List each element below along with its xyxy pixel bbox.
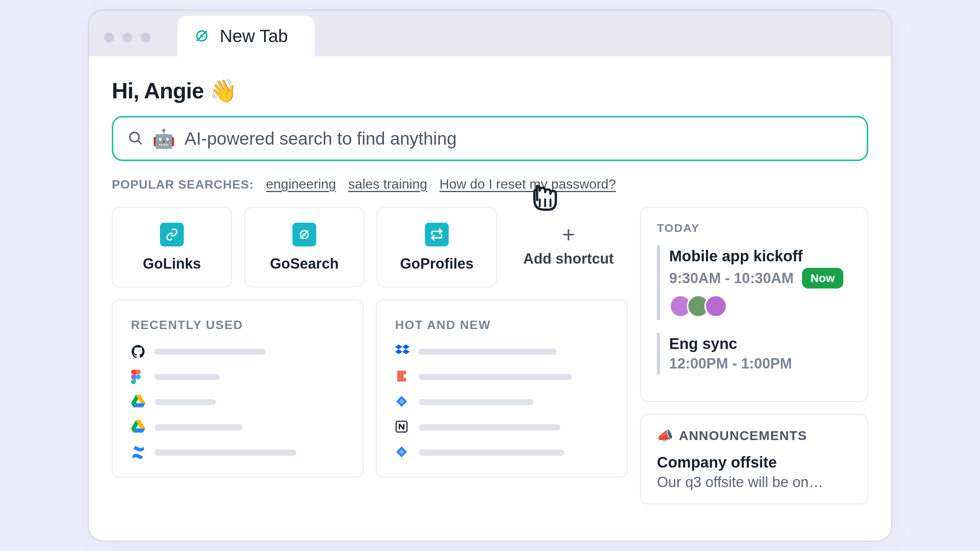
list-item[interactable] (131, 364, 345, 390)
calendar-event[interactable]: Mobile app kickoff9:30AM - 10:30AMNow (657, 245, 851, 320)
tab-title: New Tab (220, 26, 288, 46)
svg-line-4 (138, 140, 141, 144)
now-badge: Now (802, 268, 843, 289)
traffic-lights (104, 33, 178, 56)
hot-and-new-list (395, 339, 609, 465)
wave-emoji: 👋 (209, 78, 237, 103)
confluence-icon (131, 445, 145, 460)
announcement-body: Our q3 offsite will be on… (657, 474, 851, 491)
figma-icon (131, 370, 145, 384)
popular-search-link[interactable]: sales training (348, 176, 427, 192)
traffic-light-maximize[interactable] (141, 33, 151, 42)
hot-and-new-panel: HOT AND NEW (376, 300, 628, 478)
goprofiles-icon (425, 223, 449, 246)
skeleton-text (155, 374, 220, 380)
traffic-light-minimize[interactable] (122, 33, 132, 42)
popular-searches-label: POPULAR SEARCHES: (112, 178, 254, 192)
search-bar[interactable]: 🤖 AI-powered search to find anything (112, 116, 868, 161)
skeleton-text (155, 399, 216, 405)
popular-searches-row: POPULAR SEARCHES: engineering sales trai… (112, 176, 868, 192)
announcement-title: Company offsite (657, 454, 851, 471)
two-panels: RECENTLY USED HOT AND NEW (112, 300, 628, 478)
browser-window: New Tab Hi, Angie 👋 🤖 AI-powered search … (88, 10, 892, 541)
recently-used-list (131, 339, 345, 465)
shortcut-golinks[interactable]: GoLinks (112, 207, 232, 287)
svg-point-8 (136, 375, 141, 380)
traffic-light-close[interactable] (104, 33, 114, 42)
jira-icon (395, 445, 410, 460)
notion-icon (395, 420, 410, 435)
announcements-panel: 📣 ANNOUNCEMENTS Company offsite Our q3 o… (640, 414, 868, 504)
recently-used-title: RECENTLY USED (131, 318, 345, 332)
shortcut-goprofiles[interactable]: GoProfiles (377, 207, 497, 287)
today-label: TODAY (657, 222, 851, 235)
announcements-header: 📣 ANNOUNCEMENTS (657, 428, 851, 443)
shortcut-label: GoSearch (270, 256, 339, 272)
browser-tab[interactable]: New Tab (178, 16, 315, 56)
skeleton-text (419, 399, 534, 405)
hot-and-new-title: HOT AND NEW (395, 318, 609, 332)
svg-point-2 (200, 34, 203, 37)
page-content: Hi, Angie 👋 🤖 AI-powered search to find … (89, 56, 891, 504)
list-item[interactable] (131, 440, 345, 465)
announcements-header-text: ANNOUNCEMENTS (679, 428, 807, 443)
skeleton-text (419, 450, 564, 456)
event-title: Eng sync (669, 335, 851, 352)
dropbox-icon (395, 344, 410, 359)
robot-icon: 🤖 (152, 128, 175, 150)
today-panel: TODAY Mobile app kickoff9:30AM - 10:30AM… (640, 207, 868, 402)
main-grid: GoLinks GoSearch GoProfiles (112, 207, 868, 504)
gosearch-favicon-icon (193, 27, 211, 45)
right-column: TODAY Mobile app kickoff9:30AM - 10:30AM… (640, 207, 868, 504)
coda-icon (395, 370, 410, 384)
github-icon (131, 344, 145, 359)
calendar-event[interactable]: Eng sync12:00PM - 1:00PM (657, 333, 851, 374)
greeting: Hi, Angie 👋 (112, 78, 868, 104)
skeleton-text (419, 349, 557, 355)
greeting-text: Hi, Angie (112, 78, 204, 103)
tab-bar: New Tab (89, 10, 891, 56)
list-item[interactable] (395, 415, 609, 440)
shortcut-label: GoProfiles (400, 256, 474, 272)
gdrive-icon (131, 395, 145, 409)
list-item[interactable] (395, 339, 609, 364)
events-list: Mobile app kickoff9:30AM - 10:30AMNowEng… (657, 245, 851, 374)
list-item[interactable] (131, 339, 345, 364)
list-item[interactable] (395, 364, 609, 390)
event-title: Mobile app kickoff (669, 248, 851, 265)
list-item[interactable] (131, 390, 345, 415)
event-time: 12:00PM - 1:00PM (669, 355, 792, 372)
recently-used-panel: RECENTLY USED (112, 300, 364, 478)
gdrive-icon (131, 420, 145, 435)
megaphone-icon: 📣 (657, 428, 674, 443)
popular-search-link[interactable]: How do I reset my password? (439, 176, 616, 192)
skeleton-text (419, 374, 572, 380)
golinks-icon (160, 223, 184, 246)
plus-icon: + (562, 228, 575, 241)
list-item[interactable] (395, 440, 609, 465)
jira-icon (395, 395, 410, 409)
shortcuts-row: GoLinks GoSearch GoProfiles (112, 207, 628, 287)
skeleton-text (155, 424, 243, 430)
popular-search-link[interactable]: engineering (266, 176, 336, 192)
search-placeholder: AI-powered search to find anything (185, 128, 457, 149)
add-shortcut-button[interactable]: + Add shortcut (509, 207, 628, 287)
skeleton-text (419, 424, 560, 430)
add-shortcut-label: Add shortcut (523, 251, 614, 267)
search-icon (127, 130, 143, 147)
avatar (704, 295, 727, 318)
skeleton-text (155, 349, 266, 355)
shortcut-label: GoLinks (143, 256, 201, 272)
left-column: GoLinks GoSearch GoProfiles (112, 207, 628, 504)
gosearch-icon (292, 223, 316, 246)
skeleton-text (155, 450, 296, 456)
list-item[interactable] (395, 390, 609, 415)
svg-point-7 (303, 233, 305, 236)
shortcut-gosearch[interactable]: GoSearch (244, 207, 364, 287)
event-time: 9:30AM - 10:30AM (669, 270, 794, 287)
list-item[interactable] (131, 415, 345, 440)
event-avatars (669, 295, 851, 318)
